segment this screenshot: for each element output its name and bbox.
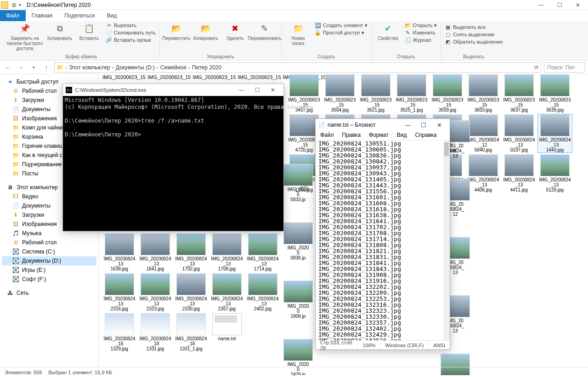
file-item[interactable]: IMG_20200823_153639.jpg	[538, 74, 572, 113]
notepad-textarea[interactable]: IMG_20200824_130551.jpg IMG_20200824_130…	[316, 140, 450, 340]
file-item[interactable]: IMG_20200824_181331.jpg	[138, 313, 172, 351]
file-item[interactable]: IMG_20200824_131702.jpg	[174, 233, 208, 271]
cmd-titlebar[interactable]: C:\ C:\Windows\System32\cmd.exe — ☐ ✕	[63, 84, 283, 96]
cmd-output[interactable]: Microsoft Windows [Version 10.0.19042.86…	[63, 96, 283, 139]
file-item[interactable]: IMG_20200824_131708.jpg	[210, 233, 244, 271]
back-button[interactable]: ←	[3, 62, 13, 73]
menu-help[interactable]: Справка	[411, 131, 440, 140]
sidebar-network[interactable]: 🖧Сеть	[2, 288, 96, 298]
file-item[interactable]: IMG_20200823_153603.jpg	[466, 74, 500, 113]
new-folder-button[interactable]: 📁Новая папка	[285, 22, 311, 46]
file-item[interactable]: IMG_20200824_134406.jpg	[466, 154, 500, 192]
file-item[interactable]: IMG_20200824_132357.jpg	[210, 273, 244, 311]
file-item[interactable]: IMG_20200824_135120.jpg	[538, 154, 572, 192]
file-item[interactable]: IMG_20200824_132323.jpg	[138, 273, 172, 311]
tab-file[interactable]: Файл	[0, 10, 26, 21]
cmd-minimize-button[interactable]: —	[234, 87, 249, 93]
file-label: IMG_20200824_131702.jpg	[174, 256, 208, 271]
tab-home[interactable]: Главная	[26, 10, 59, 21]
notepad-minimize-button[interactable]: —	[400, 122, 416, 129]
file-item[interactable]: IMG_202001808.jp	[287, 281, 309, 319]
menu-file[interactable]: Файл	[317, 131, 338, 140]
sidebar-item[interactable]: 💽Софт (F:)	[2, 275, 96, 284]
sidebar-item[interactable]: 💽Игры (E:)	[2, 265, 96, 275]
file-item[interactable]: IMG_20200824_181331_1.jpg	[174, 313, 208, 351]
file-item[interactable]: IMG_20200823_153525_1.jpg	[395, 74, 429, 113]
properties-button[interactable]: ✔Свойства	[375, 22, 401, 41]
thumb-label: IMG_20200823_15	[238, 74, 281, 80]
notepad-maximize-button[interactable]: ☐	[416, 122, 431, 129]
maximize-button[interactable]: ☐	[550, 0, 569, 10]
up-button[interactable]: ↑	[41, 62, 51, 73]
file-item[interactable]: IMG_20200824_132402.jpg	[246, 273, 280, 311]
move-to-button[interactable]: 📂Переместить	[164, 22, 189, 41]
file-item[interactable]: IMG_20200824_130107.jpg	[502, 114, 536, 152]
sidebar-item-label: Игры (E:)	[22, 267, 45, 273]
file-item[interactable]: IMG_202005833.jp	[287, 164, 309, 202]
file-item[interactable]: name.txt	[210, 313, 244, 351]
cut-button[interactable]: ✂Вырезать	[106, 22, 156, 28]
new-item-button[interactable]: 🆕Создать элемент ▾	[315, 22, 368, 28]
copy-path-button[interactable]: 📄Скопировать путь	[106, 29, 156, 36]
search-input[interactable]: Поиск: Пит	[544, 62, 585, 73]
minimize-button[interactable]: —	[532, 0, 550, 10]
cmd-close-button[interactable]: ✕	[265, 87, 281, 93]
file-item[interactable]: IMG_20200824_131638.jpg	[102, 233, 136, 271]
forward-button[interactable]: →	[16, 62, 26, 73]
paste-button[interactable]: 📋Вставить	[76, 22, 102, 41]
copy-to-button[interactable]: 📂Копировать	[193, 22, 219, 41]
tab-view[interactable]: Вид	[101, 10, 123, 21]
file-item[interactable]: IMG_20200824_131443.jpg	[538, 114, 572, 152]
menu-view[interactable]: Вид	[393, 131, 411, 140]
invert-selection-button[interactable]: ◩Обратить выделение	[445, 39, 503, 45]
recent-locations-button[interactable]: ▾	[28, 62, 39, 73]
scrollbar-thumb[interactable]	[444, 142, 449, 156]
close-button[interactable]: ✕	[569, 0, 587, 10]
paste-shortcut-button[interactable]: 🔗Вставить ярлык	[106, 37, 156, 43]
refresh-button[interactable]: ⟳	[534, 64, 539, 71]
edit-button[interactable]: ✎Изменить	[405, 29, 437, 36]
notepad-titlebar[interactable]: 📄 name.txt – Блокнот — ☐ ✕	[316, 119, 450, 131]
file-item[interactable]: IMG_20200823_153559.jpg	[430, 74, 464, 113]
notepad-window[interactable]: 📄 name.txt – Блокнот — ☐ ✕ Файл Правка Ф…	[315, 118, 450, 350]
copy-button[interactable]: ⧉Копировать	[47, 22, 73, 41]
rename-button[interactable]: ✎Переименовать	[252, 22, 277, 41]
file-item[interactable]: IMG_20200824_131641.jpg	[138, 233, 172, 271]
file-item[interactable]: IMG_20200824_125940.jpg	[466, 114, 500, 152]
file-item[interactable]: IMG_20200824_134411.jpg	[502, 154, 536, 192]
notepad-scrollbar[interactable]	[443, 141, 450, 340]
breadcrumb-part[interactable]: Этот компьютер	[69, 64, 110, 71]
file-item[interactable]: IMG_20200823_153521.jpg	[359, 74, 393, 113]
address-bar[interactable]: 📁 › Этот компьютер› Документы (D:)› Семе…	[54, 62, 541, 73]
cmd-window[interactable]: C:\ C:\Windows\System32\cmd.exe — ☐ ✕ Mi…	[62, 84, 284, 231]
sidebar-item[interactable]: 🖥Рабочий стол	[2, 238, 96, 247]
breadcrumb-part[interactable]: Документы (D:)	[116, 64, 155, 71]
menu-format[interactable]: Формат	[365, 131, 392, 140]
file-item[interactable]: IMG_20200824_131714.jpg	[246, 233, 280, 271]
tab-share[interactable]: Поделиться	[58, 10, 101, 21]
file-item[interactable]: IMG_202000836.jp	[287, 222, 309, 260]
history-button[interactable]: 🕘Журнал	[405, 37, 437, 43]
breadcrumb-part[interactable]: Питер 2020	[192, 64, 221, 71]
breadcrumb-part[interactable]: Семейное	[160, 64, 187, 71]
pin-quick-access-button[interactable]: 📌Закрепить на панели быстрого доступа	[6, 22, 43, 51]
easy-access-button[interactable]: 🔓Простой доступ ▾	[315, 29, 368, 36]
sidebar-item[interactable]: 💽Система (C:)	[2, 247, 96, 256]
select-all-button[interactable]: ▦Выделить все	[445, 24, 503, 30]
sidebar-item[interactable]: 💽Документы (D:)	[2, 256, 96, 265]
open-button[interactable]: 📂Открыть ▾	[405, 22, 437, 28]
file-item[interactable]: IMG_20200823_153637.jpg	[502, 74, 536, 113]
notepad-close-button[interactable]: ✕	[431, 122, 447, 129]
cmd-maximize-button[interactable]: ☐	[249, 87, 265, 93]
file-item[interactable]: IMG_20200824_181329.jpg	[102, 313, 136, 351]
menu-edit[interactable]: Правка	[339, 131, 365, 140]
file-label: IMG_20200824_135120.jpg	[538, 177, 572, 192]
file-item[interactable]: IMG_20200824_132316.jpg	[102, 273, 136, 311]
file-label: IMG_20200823_153521.jpg	[359, 97, 393, 113]
delete-button[interactable]: ✖Удалить	[222, 22, 248, 41]
file-item[interactable]: IMG_20200823_153504.jpg	[323, 74, 357, 113]
file-item[interactable]: IMG_20200824_132330.jpg	[174, 273, 208, 311]
select-none-button[interactable]: ▢Снять выделение	[445, 31, 503, 38]
notepad-content[interactable]: IMG_20200824_130551.jpg IMG_20200824_130…	[318, 141, 401, 340]
sidebar-item-label: Рабочий стол	[22, 239, 57, 246]
